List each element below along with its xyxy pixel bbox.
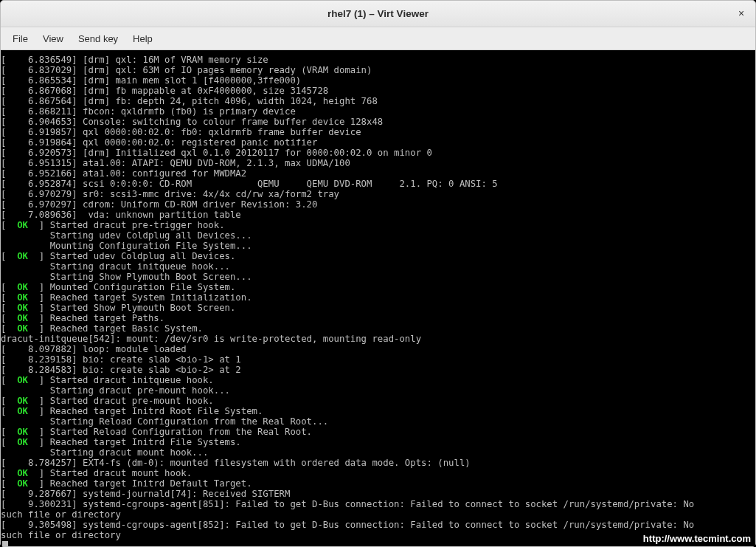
- console-line: [ 6.867564] [drm] fb: depth 24, pitch 40…: [1, 96, 755, 106]
- console-line: Starting Reload Configuration from the R…: [1, 416, 755, 427]
- console-line: [ OK ] Started dracut pre-mount hook.: [1, 396, 755, 406]
- status-ok: OK: [17, 406, 28, 416]
- status-ok: OK: [17, 251, 28, 261]
- close-icon[interactable]: ×: [735, 7, 748, 20]
- status-ok: OK: [17, 292, 28, 303]
- console-line: [ 8.239158] bio: create slab <bio-1> at …: [1, 354, 755, 365]
- console-line: such file or directory: [1, 509, 755, 520]
- console-line: [ 6.865534] [drm] main mem slot 1 [f4000…: [1, 75, 755, 86]
- console-line: [ 6.919857] qxl 0000:00:02.0: fb0: qxldr…: [1, 127, 755, 137]
- console-line: [ OK ] Mounted Configuration File System…: [1, 282, 755, 292]
- menubar: File View Send key Help: [1, 27, 755, 50]
- console-line: [ OK ] Started Reload Configuration from…: [1, 427, 755, 437]
- status-ok: OK: [17, 375, 28, 385]
- console-line: [ 6.952874] scsi 0:0:0:0: CD-ROM QEMU QE…: [1, 179, 755, 189]
- status-ok: OK: [17, 282, 28, 292]
- menu-sendkey[interactable]: Send key: [71, 30, 125, 48]
- console-line: [ 8.284583] bio: create slab <bio-2> at …: [1, 365, 755, 375]
- console-line: [ OK ] Reached target Basic System.: [1, 323, 755, 334]
- console-line: [ 9.287667] systemd-journald[74]: Receiv…: [1, 489, 755, 499]
- status-ok: OK: [17, 427, 28, 437]
- console-line: [ OK ] Reached target Initrd Root File S…: [1, 406, 755, 416]
- console-line: [ 6.904653] Console: switching to colour…: [1, 117, 755, 127]
- console-line: [ OK ] Started dracut pre-trigger hook.: [1, 220, 755, 230]
- menu-file[interactable]: File: [5, 30, 35, 48]
- console-line: Starting dracut pre-mount hook...: [1, 385, 755, 396]
- console-line: Starting dracut mount hook...: [1, 447, 755, 458]
- window-title: rhel7 (1) – Virt Viewer: [327, 8, 429, 19]
- console-line: [ 8.097882] loop: module loaded: [1, 344, 755, 354]
- console-cursor-line: [1, 540, 755, 546]
- console-line: [ OK ] Started dracut initqueue hook.: [1, 375, 755, 385]
- console-line: [ 6.919864] qxl 0000:00:02.0: registered…: [1, 137, 755, 148]
- status-ok: OK: [17, 396, 28, 406]
- console-line: such file or directory: [1, 530, 755, 540]
- console-line: [ 6.836549] [drm] qxl: 16M of VRAM memor…: [1, 55, 755, 65]
- menu-view[interactable]: View: [35, 30, 71, 48]
- console-line: Starting Show Plymouth Boot Screen...: [1, 272, 755, 282]
- console-line: Starting udev Coldplug all Devices...: [1, 230, 755, 241]
- console-line: [ 9.300231] systemd-cgroups-agent[851]: …: [1, 499, 755, 509]
- cursor-icon: [2, 541, 8, 546]
- console-line: [ OK ] Reached target Initrd File System…: [1, 437, 755, 447]
- console-line: Starting dracut initqueue hook...: [1, 261, 755, 272]
- status-ok: OK: [17, 468, 28, 478]
- status-ok: OK: [17, 437, 28, 447]
- status-ok: OK: [17, 313, 28, 323]
- console-line: [ 6.867068] [drm] fb mappable at 0xF4000…: [1, 86, 755, 96]
- console-line: [ OK ] Started udev Coldplug all Devices…: [1, 251, 755, 261]
- console-line: [ OK ] Started Show Plymouth Boot Screen…: [1, 303, 755, 313]
- console-line: dracut-initqueue[542]: mount: /dev/sr0 i…: [1, 334, 755, 344]
- console-line: [ 6.868211] fbcon: qxldrmfb (fb0) is pri…: [1, 106, 755, 117]
- console-line: [ OK ] Reached target Paths.: [1, 313, 755, 323]
- vm-console[interactable]: [ 6.836549] [drm] qxl: 16M of VRAM memor…: [1, 50, 755, 546]
- console-line: [ OK ] Reached target System Initializat…: [1, 292, 755, 303]
- console-line: [ 6.970279] sr0: scsi3-mmc drive: 4x/4x …: [1, 189, 755, 199]
- status-ok: OK: [17, 303, 28, 313]
- virt-viewer-window: rhel7 (1) – Virt Viewer × File View Send…: [0, 0, 756, 547]
- console-line: [ 6.951315] ata1.00: ATAPI: QEMU DVD-ROM…: [1, 158, 755, 168]
- console-line: Mounting Configuration File System...: [1, 241, 755, 251]
- console-line: [ 6.952166] ata1.00: configured for MWDM…: [1, 168, 755, 179]
- console-line: [ 9.305498] systemd-cgroups-agent[852]: …: [1, 520, 755, 530]
- menu-help[interactable]: Help: [125, 30, 160, 48]
- console-line: [ 6.970297] cdrom: Uniform CD-ROM driver…: [1, 199, 755, 210]
- titlebar[interactable]: rhel7 (1) – Virt Viewer ×: [1, 1, 755, 27]
- status-ok: OK: [17, 220, 28, 230]
- status-ok: OK: [17, 478, 28, 489]
- console-line: [ OK ] Started dracut mount hook.: [1, 468, 755, 478]
- console-line: [ OK ] Reached target Initrd Default Tar…: [1, 478, 755, 489]
- watermark: http://www.tecmint.com: [643, 533, 751, 544]
- console-line: [ 6.837029] [drm] qxl: 63M of IO pages m…: [1, 65, 755, 75]
- console-line: [ 6.920573] [drm] Initialized qxl 0.1.0 …: [1, 148, 755, 158]
- status-ok: OK: [17, 323, 28, 334]
- console-line: [ 8.784257] EXT4-fs (dm-0): mounted file…: [1, 458, 755, 468]
- console-line: [ 7.089636] vda: unknown partition table: [1, 210, 755, 220]
